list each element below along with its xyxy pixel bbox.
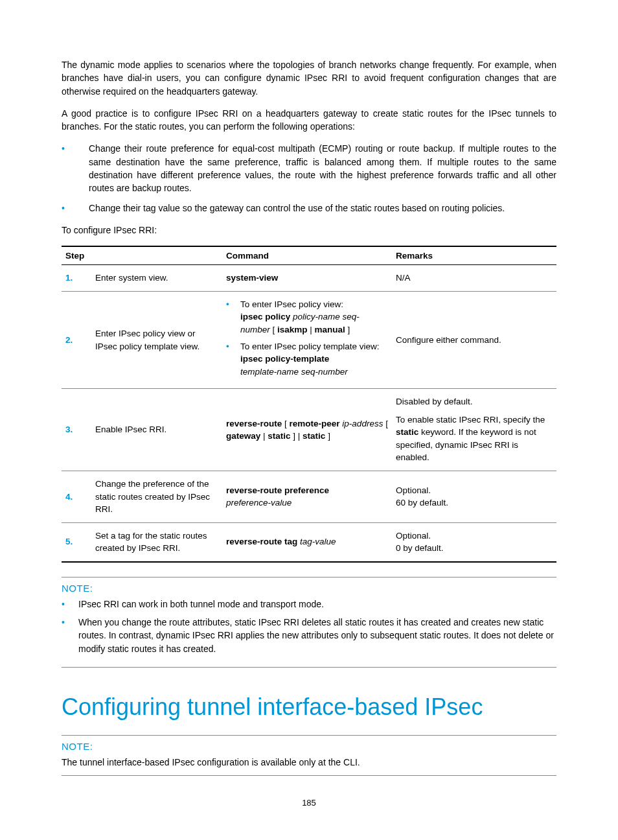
command-cell: system-view: [222, 265, 392, 292]
cmd-text: To enter IPsec policy template view:: [240, 342, 380, 351]
cmd-italic: template-name seq-number: [240, 367, 348, 377]
cmd-text: To enter IPsec policy view:: [240, 299, 343, 309]
cmd-italic: ip-address: [342, 419, 383, 428]
note-label: NOTE:: [62, 741, 556, 752]
remarks-line: To enable static IPsec RRI, specify the …: [396, 414, 553, 464]
note-bullet-list: IPsec RRI can work in both tunnel mode a…: [62, 598, 556, 655]
remarks-line: Optional.: [396, 530, 553, 542]
cmd-bold: ipsec policy-template: [240, 354, 329, 364]
cmd-bracket: ]: [345, 325, 350, 334]
remarks-cell: N/A: [392, 265, 556, 292]
list-item: Change their route preference for equal-…: [62, 142, 556, 194]
cmd-bold: isakmp: [277, 325, 308, 334]
cmd-bold: reverse-route tag: [226, 537, 297, 546]
cmd-bracket: [: [282, 419, 289, 428]
step-number: 1.: [62, 265, 91, 292]
step-text: Enter system view.: [91, 265, 222, 292]
remarks-cell: Disabled by default. To enable static IP…: [392, 389, 556, 471]
step-number: 3.: [62, 389, 91, 471]
cmd-italic: preference-value: [226, 498, 292, 508]
cmd-bold: manual: [315, 325, 345, 334]
list-item: Change their tag value so the gateway ca…: [62, 202, 556, 215]
bullet-list: Change their route preference for equal-…: [62, 142, 556, 214]
note-text: The tunnel interface-based IPsec configu…: [62, 756, 556, 769]
table-row: 1. Enter system view. system-view N/A: [62, 265, 556, 292]
cmd-bold: reverse-route preference: [226, 485, 329, 495]
remarks-line: 60 by default.: [396, 496, 553, 509]
paragraph: The dynamic mode applies to scenarios wh…: [62, 58, 556, 98]
step-number: 2.: [62, 291, 91, 388]
cmd-italic: tag-value: [300, 537, 336, 546]
cmd-bold: gateway: [226, 431, 260, 441]
step-text: Set a tag for the static routes created …: [91, 522, 222, 562]
note-block: NOTE: IPsec RRI can work in both tunnel …: [62, 577, 556, 668]
cmd-bold: static: [303, 431, 325, 441]
steps-table: Step Command Remarks 1. Enter system vie…: [62, 246, 556, 563]
paragraph: A good practice is to configure IPsec RR…: [62, 107, 556, 134]
th-step: Step: [62, 246, 222, 265]
cmd-bracket: [: [383, 419, 388, 428]
page-number: 185: [0, 798, 618, 808]
cmd-bold: ipsec policy: [240, 312, 290, 321]
cmd-bracket: [: [270, 325, 277, 334]
remarks-cell: Optional. 0 by default.: [392, 522, 556, 562]
th-command: Command: [222, 246, 392, 265]
note-block: NOTE: The tunnel interface-based IPsec c…: [62, 735, 556, 776]
remarks-line: Optional.: [396, 484, 553, 497]
command-cell: reverse-route tag tag-value: [222, 522, 392, 562]
step-text: Change the preference of the static rout…: [91, 471, 222, 523]
command-cell: reverse-route preference preference-valu…: [222, 471, 392, 523]
cmd-pipe: |: [260, 431, 268, 441]
step-text: Enter IPsec policy view or IPsec policy …: [91, 291, 222, 388]
cmd-bracket: ] |: [291, 431, 303, 441]
cmd-bracket: ]: [325, 431, 330, 441]
table-row: 4. Change the preference of the static r…: [62, 471, 556, 523]
note-item: IPsec RRI can work in both tunnel mode a…: [62, 598, 556, 611]
step-number: 4.: [62, 471, 91, 523]
table-row: 5. Set a tag for the static routes creat…: [62, 522, 556, 562]
cmd-bold: reverse-route: [226, 419, 282, 428]
cmd-item: To enter IPsec policy view: ipsec policy…: [226, 298, 388, 336]
cmd-pipe: |: [308, 325, 315, 334]
table-row: 3. Enable IPsec RRI. reverse-route [ rem…: [62, 389, 556, 471]
step-number: 5.: [62, 522, 91, 562]
lead-in-text: To configure IPsec RRI:: [62, 224, 556, 237]
page: The dynamic mode applies to scenarios wh…: [0, 0, 618, 840]
step-text: Enable IPsec RRI.: [91, 389, 222, 471]
remarks-line: Disabled by default.: [396, 395, 553, 408]
cmd-bold: remote-peer: [290, 419, 340, 428]
section-heading: Configuring tunnel interface-based IPsec: [62, 694, 556, 721]
note-label: NOTE:: [62, 583, 556, 594]
th-remarks: Remarks: [392, 246, 556, 265]
remarks-line: 0 by default.: [396, 542, 553, 555]
note-item: When you change the route attributes, st…: [62, 616, 556, 655]
table-row: 2. Enter IPsec policy view or IPsec poli…: [62, 291, 556, 388]
cmd-item: To enter IPsec policy template view: ips…: [226, 340, 388, 379]
remarks-cell: Optional. 60 by default.: [392, 471, 556, 523]
remarks-cell: Configure either command.: [392, 291, 556, 388]
cmd-bold: system-view: [226, 273, 278, 283]
cmd-bold: static: [268, 431, 290, 441]
command-cell: To enter IPsec policy view: ipsec policy…: [222, 291, 392, 388]
command-cell: reverse-route [ remote-peer ip-address […: [222, 389, 392, 471]
